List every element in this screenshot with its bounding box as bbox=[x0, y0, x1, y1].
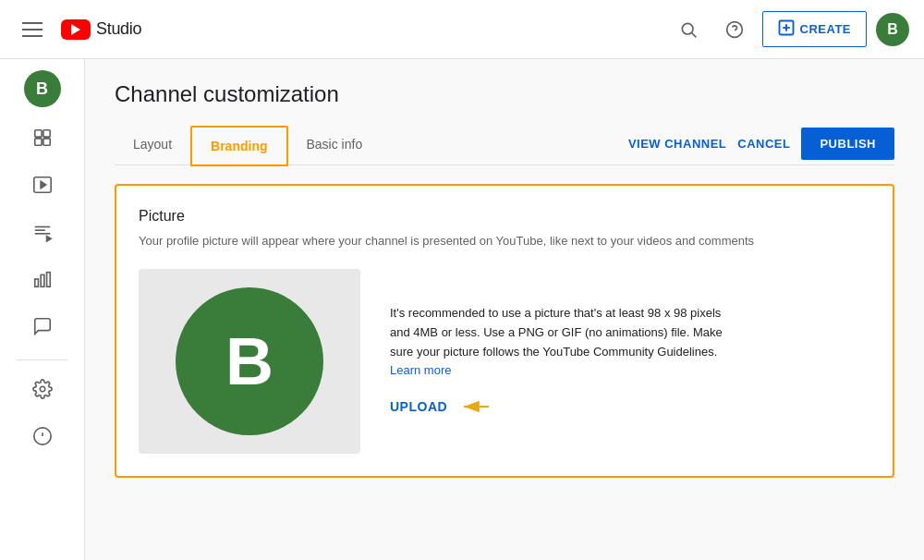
main-layout: B bbox=[0, 59, 924, 560]
tabs-actions: VIEW CHANNEL CANCEL PUBLISH bbox=[628, 128, 894, 164]
svg-rect-10 bbox=[43, 139, 49, 145]
page-title: Channel customization bbox=[115, 81, 894, 107]
tabs-row: Layout Branding Basic info VIEW CHANNEL … bbox=[115, 126, 894, 165]
svg-point-0 bbox=[682, 23, 693, 34]
sidebar-item-content[interactable] bbox=[0, 165, 84, 209]
view-channel-button[interactable]: VIEW CHANNEL bbox=[628, 137, 726, 151]
dashboard-icon bbox=[32, 128, 53, 152]
subtitles-icon bbox=[32, 222, 53, 247]
comments-icon bbox=[32, 316, 53, 341]
publish-button[interactable]: PUBLISH bbox=[801, 128, 894, 160]
settings-icon bbox=[32, 379, 53, 404]
sidebar-item-dashboard[interactable] bbox=[0, 118, 84, 162]
svg-line-1 bbox=[691, 32, 696, 37]
youtube-icon bbox=[61, 19, 91, 40]
svg-rect-8 bbox=[43, 130, 49, 137]
header: Studio CREATE bbox=[0, 0, 924, 59]
cancel-button[interactable]: CANCEL bbox=[737, 137, 790, 151]
sidebar: B bbox=[0, 59, 85, 560]
upload-button[interactable]: UPLOAD bbox=[390, 399, 447, 414]
svg-point-20 bbox=[40, 386, 45, 392]
create-button[interactable]: CREATE bbox=[762, 11, 867, 47]
create-label: CREATE bbox=[800, 22, 851, 36]
sidebar-item-analytics[interactable] bbox=[0, 260, 84, 303]
svg-marker-12 bbox=[41, 181, 46, 188]
tabs-list: Layout Branding Basic info bbox=[115, 126, 381, 164]
studio-label: Studio bbox=[96, 19, 141, 39]
analytics-icon bbox=[32, 269, 53, 294]
svg-rect-9 bbox=[34, 139, 41, 145]
tab-branding[interactable]: Branding bbox=[190, 126, 287, 166]
picture-section: Picture Your profile picture will appear… bbox=[115, 184, 894, 478]
feedback-icon bbox=[32, 426, 53, 451]
profile-picture-circle: B bbox=[176, 287, 323, 435]
logo: Studio bbox=[61, 19, 141, 40]
sidebar-item-feedback[interactable] bbox=[0, 417, 84, 460]
sidebar-avatar: B bbox=[24, 70, 61, 107]
learn-more-link[interactable]: Learn more bbox=[390, 363, 451, 377]
help-button[interactable] bbox=[716, 11, 753, 48]
header-left: Studio bbox=[15, 15, 141, 44]
create-icon bbox=[778, 19, 795, 39]
picture-recommendation: It's recommended to use a picture that's… bbox=[390, 304, 741, 381]
tab-basic-info[interactable]: Basic info bbox=[288, 126, 382, 165]
sidebar-item-subtitles[interactable] bbox=[0, 213, 84, 256]
picture-content: B It's recommended to use a picture that… bbox=[139, 269, 870, 454]
picture-info: It's recommended to use a picture that's… bbox=[390, 304, 870, 418]
content-icon bbox=[32, 175, 53, 200]
picture-preview: B bbox=[139, 269, 360, 454]
svg-rect-18 bbox=[41, 274, 44, 286]
svg-rect-17 bbox=[34, 279, 38, 286]
arrow-icon bbox=[458, 396, 492, 418]
menu-button[interactable] bbox=[15, 15, 50, 44]
upload-row: UPLOAD bbox=[390, 396, 870, 418]
main-content: Channel customization Layout Branding Ba… bbox=[85, 59, 924, 560]
sidebar-divider bbox=[17, 359, 67, 360]
svg-rect-7 bbox=[34, 130, 41, 137]
section-title: Picture bbox=[139, 208, 870, 225]
tab-layout[interactable]: Layout bbox=[115, 126, 190, 165]
sidebar-item-settings[interactable] bbox=[0, 370, 84, 413]
user-avatar-button[interactable]: B bbox=[876, 13, 909, 46]
section-description: Your profile picture will appear where y… bbox=[139, 232, 785, 250]
header-right: CREATE B bbox=[670, 11, 909, 48]
search-button[interactable] bbox=[670, 11, 707, 48]
svg-marker-16 bbox=[46, 237, 51, 242]
sidebar-item-comments[interactable] bbox=[0, 307, 84, 350]
svg-rect-19 bbox=[46, 273, 50, 287]
